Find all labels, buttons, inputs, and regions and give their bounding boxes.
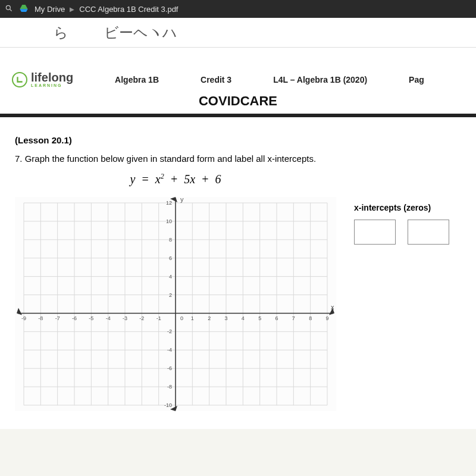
- svg-text:1: 1: [191, 315, 194, 321]
- header-course: Algebra 1B: [115, 75, 159, 84]
- svg-marker-3: [20, 9, 27, 12]
- handwriting-strip: ら ビーヘヽハ: [0, 18, 476, 48]
- svg-text:-2: -2: [139, 315, 144, 321]
- svg-text:-7: -7: [55, 315, 60, 321]
- svg-text:-5: -5: [89, 315, 93, 321]
- chevron-right-icon: ▶: [70, 6, 74, 12]
- svg-text:-8: -8: [38, 315, 43, 321]
- x-intercept-input-1[interactable]: [354, 220, 396, 245]
- svg-point-0: [6, 5, 10, 10]
- page-title: COVIDCARE: [12, 93, 464, 109]
- svg-text:8: 8: [309, 315, 312, 321]
- header-page: Pag: [409, 75, 424, 84]
- svg-text:-9: -9: [21, 315, 26, 321]
- svg-text:4: 4: [242, 315, 245, 321]
- coordinate-grid: -9-8-7-6-5-4-3-2-10123456789-10-8-6-4-22…: [15, 197, 336, 411]
- svg-text:-6: -6: [167, 365, 172, 371]
- svg-text:-4: -4: [106, 315, 111, 321]
- svg-text:-3: -3: [123, 315, 127, 321]
- brand-logo: lifelong LEARNING: [12, 71, 73, 87]
- svg-marker-2: [20, 5, 27, 9]
- browser-header: My Drive ▶ CCC Algebra 1B Credit 3.pdf: [0, 0, 476, 18]
- equation: y = x2 + 5x + 6: [15, 172, 336, 186]
- svg-marker-38: [17, 308, 22, 315]
- content-area: (Lesson 20.1) 7. Graph the function belo…: [0, 117, 476, 429]
- svg-text:0: 0: [180, 315, 183, 321]
- svg-text:-2: -2: [167, 328, 172, 334]
- svg-text:10: 10: [166, 218, 172, 224]
- svg-line-1: [10, 9, 12, 11]
- answers-label: x-intercepts (zeros): [354, 203, 449, 212]
- svg-text:5: 5: [258, 315, 261, 321]
- svg-text:x: x: [331, 303, 334, 311]
- header-version: L4L – Algebra 1B (2020): [273, 75, 367, 84]
- brand-name: lifelong: [31, 71, 73, 83]
- svg-text:12: 12: [166, 200, 172, 206]
- svg-text:9: 9: [325, 315, 328, 321]
- svg-text:7: 7: [292, 315, 295, 321]
- breadcrumb: My Drive ▶ CCC Algebra 1B Credit 3.pdf: [35, 5, 178, 14]
- breadcrumb-filename: CCC Algebra 1B Credit 3.pdf: [79, 5, 178, 14]
- svg-text:2: 2: [208, 315, 211, 321]
- doc-header: lifelong LEARNING Algebra 1B Credit 3 L4…: [0, 71, 476, 114]
- svg-text:-6: -6: [72, 315, 77, 321]
- svg-text:-8: -8: [167, 384, 172, 390]
- breadcrumb-drive[interactable]: My Drive: [35, 5, 65, 14]
- svg-text:-4: -4: [167, 347, 172, 353]
- drive-icon[interactable]: [19, 4, 29, 15]
- svg-text:-1: -1: [156, 315, 161, 321]
- lesson-label: (Lesson 20.1): [15, 135, 461, 145]
- answers-panel: x-intercepts (zeros): [354, 197, 449, 245]
- search-icon[interactable]: [5, 4, 13, 14]
- svg-text:y: y: [180, 197, 184, 203]
- x-intercept-input-2[interactable]: [408, 220, 449, 245]
- svg-text:6: 6: [169, 255, 172, 261]
- question-text: 7. Graph the function below given in sta…: [15, 154, 461, 164]
- svg-text:8: 8: [169, 236, 172, 242]
- svg-text:6: 6: [275, 315, 278, 321]
- handwriting-mark: ビーヘヽハ: [104, 23, 177, 42]
- svg-text:2: 2: [169, 292, 172, 298]
- handwriting-mark: ら: [54, 23, 68, 42]
- spacer: [0, 48, 476, 71]
- logo-icon: [12, 72, 27, 87]
- header-credit: Credit 3: [201, 75, 231, 84]
- svg-text:3: 3: [224, 315, 227, 321]
- svg-text:-10: -10: [164, 402, 172, 408]
- brand-subtitle: LEARNING: [31, 83, 73, 87]
- svg-text:4: 4: [169, 273, 172, 279]
